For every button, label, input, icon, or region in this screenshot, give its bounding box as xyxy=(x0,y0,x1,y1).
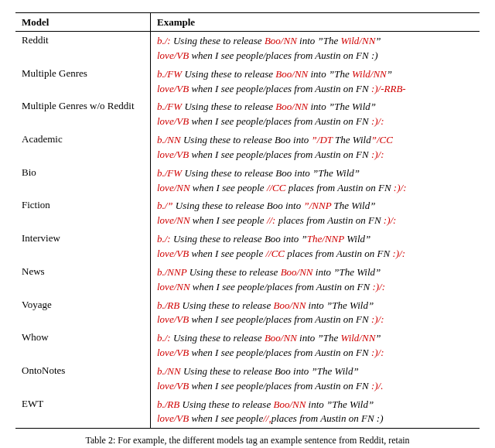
token: Wild” xyxy=(344,233,370,245)
model-cell: Voyage xyxy=(15,296,151,330)
token: places from Austin on FN xyxy=(275,214,383,226)
token: Using these to release xyxy=(179,398,273,410)
token: The Wild” xyxy=(331,200,375,211)
error-token: Boo/NN xyxy=(275,101,308,112)
example-cell: b./NN Using these to release Boo into ”T… xyxy=(151,362,480,395)
token: Using these to release Boo into xyxy=(173,200,304,211)
example-cell: b./FW Using these to release Boo/NN into… xyxy=(151,65,480,98)
caption-label: Table 2: xyxy=(85,435,115,446)
token: when I see people/places from Austin on … xyxy=(189,83,371,94)
error-token: b./FW xyxy=(157,68,182,80)
error-token: //CC xyxy=(267,182,286,193)
token: when I see people xyxy=(189,412,263,424)
error-token: Wild/NN xyxy=(341,332,376,344)
examples-table: Model Example Redditb./: Using these to … xyxy=(15,12,480,429)
error-token: love/VB xyxy=(157,149,189,160)
model-cell: Reddit xyxy=(15,32,151,65)
error-token: //CC xyxy=(265,248,285,259)
error-token: :)/. xyxy=(371,380,384,392)
error-token: love/NN xyxy=(157,182,190,193)
error-token: //, xyxy=(263,412,271,424)
error-token: love/VB xyxy=(157,412,189,424)
token: when I see people/places from Austin on … xyxy=(189,313,371,325)
token: places from Austin on FN xyxy=(285,248,392,259)
error-token: Boo/NN xyxy=(273,299,306,311)
model-cell: News xyxy=(15,263,151,296)
example-cell: b./: Using these to release Boo/NN into … xyxy=(151,329,480,362)
example-cell: b./NNP Using these to release Boo/NN int… xyxy=(151,263,480,296)
error-token: b./FW xyxy=(157,101,182,112)
table-row: Multiple Genres w/o Redditb./FW Using th… xyxy=(15,97,480,131)
token: Using these to release xyxy=(182,101,275,112)
token: The Wild xyxy=(333,134,371,145)
error-token: b./FW xyxy=(157,167,182,179)
table-row: EWTb./RB Using these to release Boo/NN i… xyxy=(15,395,480,429)
token: when I see people/places from Austin on … xyxy=(189,149,371,160)
token: places from Austin on FN xyxy=(285,182,393,193)
table-caption: Table 2: For example, the different mode… xyxy=(15,435,480,446)
error-token: b./NN xyxy=(157,134,181,145)
token: Using these to release xyxy=(186,266,280,278)
header-model: Model xyxy=(15,13,151,32)
example-cell: b./FW Using these to release Boo into ”T… xyxy=(151,164,480,197)
table-row: OntoNotesb./NN Using these to release Bo… xyxy=(15,362,480,395)
header-example: Example xyxy=(151,13,480,32)
error-token: Boo/NN xyxy=(265,35,297,46)
error-token: Boo/NN xyxy=(265,332,297,344)
example-cell: b./FW Using these to release Boo/NN into… xyxy=(151,97,480,131)
example-cell: b./NN Using these to release Boo into ”/… xyxy=(151,131,480,164)
table-row: Multiple Genresb./FW Using these to rele… xyxy=(15,65,480,98)
error-token: Wild/NN xyxy=(341,35,376,46)
error-token: love/VB xyxy=(157,248,189,259)
model-cell: Interview xyxy=(15,230,151,263)
token: Using these to release Boo into ”The Wil… xyxy=(181,365,359,377)
token: into ”The Wild” xyxy=(306,299,374,311)
error-token: ”/CC xyxy=(371,134,393,145)
model-cell: EWT xyxy=(15,395,151,429)
error-token: :)/: xyxy=(394,182,407,193)
error-token: :)/: xyxy=(371,313,384,325)
error-token: Wild/NN xyxy=(352,68,387,80)
error-token: love/VB xyxy=(157,83,189,94)
token: ” xyxy=(375,35,381,46)
model-cell: Fiction xyxy=(15,197,151,230)
token: Using these to release Boo into ” xyxy=(171,233,307,245)
error-token: b./NN xyxy=(157,365,181,377)
table-row: Biob./FW Using these to release Boo into… xyxy=(15,164,480,197)
token: when I see people/places from Austin on … xyxy=(190,281,373,292)
table-row: Redditb./: Using these to release Boo/NN… xyxy=(15,32,480,65)
error-token: ”/DT xyxy=(312,134,333,145)
table-row: Academicb./NN Using these to release Boo… xyxy=(15,131,480,164)
error-token: b./: xyxy=(157,35,171,46)
error-token: love/VB xyxy=(157,313,189,325)
model-cell: Multiple Genres xyxy=(15,65,151,98)
table-row: Whowb./: Using these to release Boo/NN i… xyxy=(15,329,480,362)
token: Using these to release xyxy=(171,35,265,46)
error-token: love/VB xyxy=(157,50,189,61)
error-token: b./RB xyxy=(157,299,179,311)
token: Using these to release Boo into ”The Wil… xyxy=(182,167,360,179)
error-token: :)/-RRB- xyxy=(371,83,406,94)
error-token: :)/: xyxy=(371,149,384,160)
error-token: :)/: xyxy=(371,347,384,358)
error-token: Boo/NN xyxy=(281,266,313,278)
error-token: b./NNP xyxy=(157,266,186,278)
error-token: love/VB xyxy=(157,347,189,358)
token: into ”The xyxy=(297,35,341,46)
token: when I see people/places from Austin on … xyxy=(189,50,377,61)
caption-body: For example, the different models tag an… xyxy=(118,435,409,446)
error-token: :)/: xyxy=(384,214,397,226)
token: when I see people xyxy=(190,214,267,226)
token: when I see people/places from Austin on … xyxy=(189,380,371,392)
token: when I see people xyxy=(189,248,265,259)
token: ” xyxy=(375,332,381,344)
error-token: b./: xyxy=(157,332,171,344)
token: when I see people/places from Austin on … xyxy=(189,347,371,358)
error-token: b./” xyxy=(157,200,173,211)
model-cell: Academic xyxy=(15,131,151,164)
token: Using these to release Boo into xyxy=(181,134,312,145)
error-token: love/VB xyxy=(157,115,189,127)
error-token: Boo/NN xyxy=(275,68,308,80)
error-token: b./RB xyxy=(157,398,179,410)
model-cell: Bio xyxy=(15,164,151,197)
